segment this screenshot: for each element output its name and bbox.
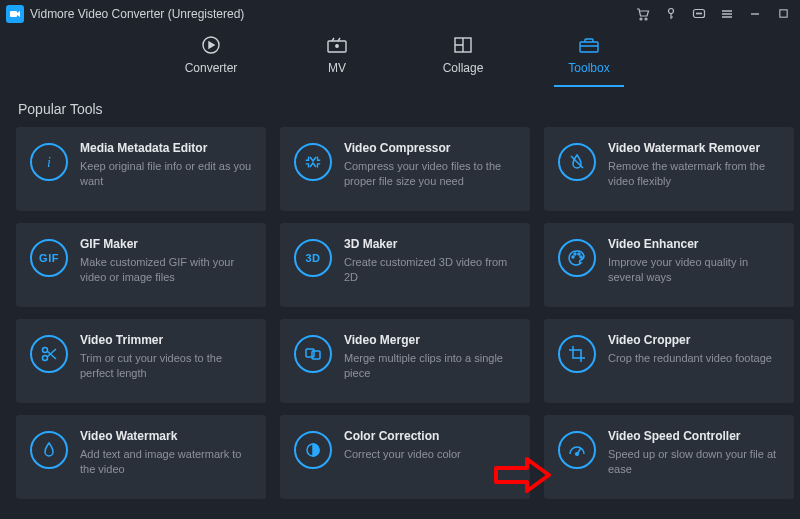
svg-point-7: [701, 13, 702, 14]
tool-desc: Correct your video color: [344, 447, 516, 462]
tool-title: 3D Maker: [344, 237, 516, 251]
svg-point-2: [645, 18, 647, 20]
register-key-button[interactable]: [664, 7, 678, 21]
palette-icon: [558, 239, 596, 277]
tool-title: Video Cropper: [608, 333, 780, 347]
cart-button[interactable]: [636, 7, 650, 21]
svg-text:i: i: [47, 155, 51, 170]
tab-label: Toolbox: [568, 61, 609, 75]
tool-title: Video Merger: [344, 333, 516, 347]
tab-label: Collage: [443, 61, 484, 75]
svg-rect-22: [312, 351, 320, 359]
tool-title: Color Correction: [344, 429, 516, 443]
tool-title: GIF Maker: [80, 237, 252, 251]
tool-video-compressor[interactable]: Video Compressor Compress your video fil…: [280, 127, 530, 211]
svg-rect-8: [779, 10, 786, 17]
section-title: Popular Tools: [0, 87, 800, 127]
menu-button[interactable]: [720, 7, 734, 21]
svg-point-11: [336, 45, 338, 47]
tool-desc: Compress your video files to the proper …: [344, 159, 516, 190]
tool-desc: Create customized 3D video from 2D: [344, 255, 516, 286]
tool-video-merger[interactable]: Video Merger Merge multiple clips into a…: [280, 319, 530, 403]
speedometer-icon: [558, 431, 596, 469]
tab-mv[interactable]: MV: [302, 35, 372, 87]
svg-point-24: [576, 453, 579, 456]
tool-desc: Merge multiple clips into a single piece: [344, 351, 516, 382]
tool-desc: Speed up or slow down your file at ease: [608, 447, 780, 478]
merge-icon: [294, 335, 332, 373]
watermark-remove-icon: [558, 143, 596, 181]
tool-video-watermark[interactable]: Video Watermark Add text and image water…: [16, 415, 266, 499]
tool-media-metadata-editor[interactable]: i Media Metadata Editor Keep original fi…: [16, 127, 266, 211]
feedback-button[interactable]: [692, 7, 706, 21]
tool-desc: Crop the redundant video footage: [608, 351, 780, 366]
svg-point-3: [669, 8, 674, 13]
compress-icon: [294, 143, 332, 181]
tools-grid: i Media Metadata Editor Keep original fi…: [0, 127, 800, 499]
tool-title: Video Watermark: [80, 429, 252, 443]
tab-label: MV: [328, 61, 346, 75]
tool-desc: Improve your video quality in several wa…: [608, 255, 780, 286]
svg-rect-13: [580, 42, 598, 52]
tool-color-correction[interactable]: Color Correction Correct your video colo…: [280, 415, 530, 499]
svg-point-15: [572, 256, 574, 258]
mv-icon: [326, 35, 348, 55]
tool-3d-maker[interactable]: 3D 3D Maker Create customized 3D video f…: [280, 223, 530, 307]
tab-toolbox[interactable]: Toolbox: [554, 35, 624, 87]
tool-desc: Remove the watermark from the video flex…: [608, 159, 780, 190]
gif-icon: GIF: [30, 239, 68, 277]
svg-point-17: [578, 253, 580, 255]
tool-desc: Keep original file info or edit as you w…: [80, 159, 252, 190]
tool-video-cropper[interactable]: Video Cropper Crop the redundant video f…: [544, 319, 794, 403]
maximize-button[interactable]: [776, 7, 790, 21]
toolbox-icon: [578, 35, 600, 55]
tool-video-speed-controller[interactable]: Video Speed Controller Speed up or slow …: [544, 415, 794, 499]
scissors-icon: [30, 335, 68, 373]
tool-title: Video Trimmer: [80, 333, 252, 347]
svg-point-18: [580, 256, 582, 258]
svg-point-6: [699, 13, 700, 14]
cube-3d-icon: 3D: [294, 239, 332, 277]
svg-rect-21: [306, 349, 314, 357]
tool-video-enhancer[interactable]: Video Enhancer Improve your video qualit…: [544, 223, 794, 307]
tool-gif-maker[interactable]: GIF GIF Maker Make customized GIF with y…: [16, 223, 266, 307]
crop-icon: [558, 335, 596, 373]
svg-point-5: [697, 13, 698, 14]
svg-rect-0: [10, 11, 17, 17]
droplet-icon: [30, 431, 68, 469]
color-correct-icon: [294, 431, 332, 469]
titlebar-buttons: [636, 7, 800, 21]
main-nav: Converter MV Collage Toolbox: [0, 27, 800, 87]
tool-desc: Add text and image watermark to the vide…: [80, 447, 252, 478]
tab-converter[interactable]: Converter: [176, 35, 246, 87]
collage-icon: [452, 35, 474, 55]
tab-collage[interactable]: Collage: [428, 35, 498, 87]
tool-video-watermark-remover[interactable]: Video Watermark Remover Remove the water…: [544, 127, 794, 211]
titlebar: Vidmore Video Converter (Unregistered): [0, 0, 800, 27]
tool-video-trimmer[interactable]: Video Trimmer Trim or cut your videos to…: [16, 319, 266, 403]
app-title: Vidmore Video Converter (Unregistered): [30, 7, 244, 21]
minimize-button[interactable]: [748, 7, 762, 21]
tool-title: Video Compressor: [344, 141, 516, 155]
info-icon: i: [30, 143, 68, 181]
svg-point-16: [574, 253, 576, 255]
tool-title: Video Enhancer: [608, 237, 780, 251]
tool-desc: Trim or cut your videos to the perfect l…: [80, 351, 252, 382]
tool-title: Media Metadata Editor: [80, 141, 252, 155]
tool-desc: Make customized GIF with your video or i…: [80, 255, 252, 286]
converter-icon: [200, 35, 222, 55]
tool-title: Video Speed Controller: [608, 429, 780, 443]
app-logo: [6, 5, 24, 23]
svg-point-1: [640, 18, 642, 20]
tab-label: Converter: [185, 61, 238, 75]
tool-title: Video Watermark Remover: [608, 141, 780, 155]
logo-icon: [9, 8, 21, 20]
